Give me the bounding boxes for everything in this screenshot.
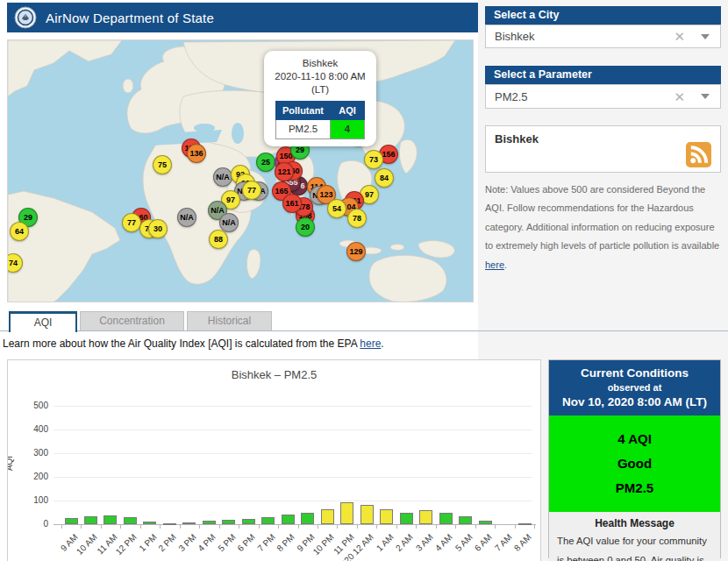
world-aqi-map[interactable]: 2964747516077713015913625N/A9299N/AN/A77… — [7, 39, 474, 302]
popup-datetime: 2020-11-10 8:00 AM — [268, 70, 372, 83]
select-parameter-header: Select a Parameter — [485, 66, 721, 84]
x-axis-tick — [416, 525, 417, 529]
parameter-select[interactable]: PM2.5 ✕ — [485, 84, 721, 109]
chart-bar[interactable] — [261, 517, 275, 524]
x-axis-tick — [160, 525, 161, 529]
chart-bar[interactable] — [459, 516, 472, 524]
x-axis-tick — [81, 525, 82, 529]
chart-bar[interactable] — [103, 515, 117, 524]
chart-bar[interactable] — [182, 522, 196, 524]
popup-timezone: (LT) — [268, 83, 372, 96]
aqi-map-marker[interactable]: 25 — [256, 153, 275, 172]
chart-bar[interactable] — [439, 513, 453, 524]
popup-aqi-value: 4 — [331, 120, 365, 139]
tab-historical[interactable]: Historical — [187, 311, 272, 331]
beyond-aqi-note: Note: Values above 500 are considered Be… — [485, 181, 723, 274]
aqi-map-marker[interactable]: 78 — [347, 209, 367, 228]
chevron-down-icon[interactable] — [701, 34, 710, 39]
aqi-map-marker[interactable]: 54 — [327, 199, 346, 218]
gridline — [54, 406, 532, 407]
aqi-map-marker[interactable]: 20 — [296, 217, 315, 237]
note-suffix: . — [504, 259, 507, 270]
aqi-map-marker[interactable]: 73 — [364, 150, 383, 169]
chevron-down-icon[interactable] — [701, 94, 710, 99]
x-axis-tick — [515, 525, 516, 529]
aqi-value-line: 4 AQI — [549, 427, 720, 451]
aqi-map-marker[interactable]: 161 — [282, 194, 302, 213]
health-message-title: Health Message — [557, 517, 712, 529]
us-state-seal-icon — [14, 6, 37, 29]
chart-bar[interactable] — [163, 523, 176, 525]
chart-bar[interactable] — [479, 521, 492, 524]
clear-parameter-icon[interactable]: ✕ — [674, 90, 685, 103]
x-axis-tick — [101, 525, 102, 529]
chart-bar[interactable] — [518, 523, 532, 525]
aqi-map-marker[interactable]: 84 — [375, 168, 394, 188]
aqi-value-block: 4 AQI Good PM2.5 — [549, 415, 720, 512]
x-axis-tick — [436, 525, 437, 529]
tab-concentration[interactable]: Concentration — [80, 311, 184, 331]
aqi-map-marker[interactable]: 136 — [187, 144, 206, 163]
chart-bar[interactable] — [380, 509, 393, 524]
aqi-map-marker[interactable]: 129 — [346, 242, 366, 261]
popup-col-pollutant: Pollutant — [275, 101, 330, 119]
chart-bar[interactable] — [301, 513, 314, 524]
rss-city-box: Bishkek — [485, 125, 721, 173]
chart-bar[interactable] — [340, 502, 353, 524]
note-here-link[interactable]: here — [485, 259, 504, 270]
aqi-marker-layer: 2964747516077713015913625N/A9299N/AN/A77… — [8, 40, 473, 302]
x-axis-tick — [219, 525, 220, 529]
map-popup: Bishkek 2020-11-10 8:00 AM (LT) Pollutan… — [264, 51, 376, 146]
chart-bar[interactable] — [282, 515, 295, 524]
popup-city: Bishkek — [268, 57, 372, 70]
x-axis-tick — [534, 525, 535, 529]
chart-bar[interactable] — [321, 509, 334, 524]
aqi-map-marker[interactable]: N/A — [219, 213, 239, 232]
x-axis-tick — [318, 525, 318, 529]
aqi-map-marker[interactable]: 30 — [148, 219, 168, 238]
chart-bar[interactable] — [65, 518, 78, 524]
chart-bar[interactable] — [419, 510, 432, 524]
x-axis-tick — [337, 525, 338, 529]
note-text: Note: Values above 500 are considered Be… — [485, 184, 719, 251]
y-axis-title: AQI — [7, 456, 14, 471]
y-axis-tick-label: 300 — [24, 448, 48, 458]
aqi-map-marker[interactable]: 74 — [7, 253, 23, 273]
rss-feed-icon[interactable] — [686, 142, 711, 167]
city-select[interactable]: Bishkek ✕ — [485, 25, 721, 48]
observed-at-label: observed at — [553, 382, 717, 393]
chart-bar[interactable] — [203, 521, 216, 524]
tab-divider-line — [0, 330, 728, 331]
learn-more-suffix: . — [381, 337, 383, 350]
aqi-map-marker[interactable]: N/A — [177, 208, 196, 227]
aqi-map-marker[interactable]: 88 — [209, 230, 228, 249]
aqi-map-marker[interactable]: N/A — [213, 167, 232, 187]
chart-bar[interactable] — [400, 513, 413, 524]
observed-time: Nov 10, 2020 8:00 AM (LT) — [553, 395, 717, 408]
parameter-select-value: PM2.5 — [486, 90, 674, 103]
x-axis-tick — [140, 525, 141, 529]
current-conditions-header: Current Conditions observed at Nov 10, 2… — [549, 360, 720, 415]
aqi-map-marker[interactable]: 75 — [153, 155, 172, 174]
learn-more-here-link[interactable]: here — [360, 337, 381, 350]
clear-city-icon[interactable]: ✕ — [674, 30, 685, 43]
tab-aqi[interactable]: AQI — [9, 311, 77, 332]
aqi-map-marker[interactable]: 64 — [10, 222, 29, 241]
x-axis-tick — [455, 525, 456, 529]
current-conditions-panel: Current Conditions observed at Nov 10, 2… — [548, 359, 721, 558]
x-axis-tick — [298, 525, 299, 529]
aqi-map-marker[interactable]: 121 — [275, 162, 294, 181]
chart-bar[interactable] — [143, 522, 156, 524]
chart-bar[interactable] — [242, 519, 255, 524]
chart-bar[interactable] — [124, 517, 137, 524]
aqi-map-marker[interactable]: 77 — [122, 213, 141, 232]
aqi-map-marker[interactable]: 77 — [242, 181, 261, 200]
chart-bar[interactable] — [360, 505, 374, 524]
x-axis-tick — [475, 525, 476, 529]
x-axis-tick — [495, 525, 496, 529]
x-axis-tick — [61, 525, 62, 529]
health-message-block: Health Message The AQI value for your co… — [549, 512, 720, 561]
chart-bar[interactable] — [222, 520, 235, 524]
popup-table: Pollutant AQI PM2.5 4 — [275, 101, 365, 139]
chart-bar[interactable] — [84, 516, 97, 524]
